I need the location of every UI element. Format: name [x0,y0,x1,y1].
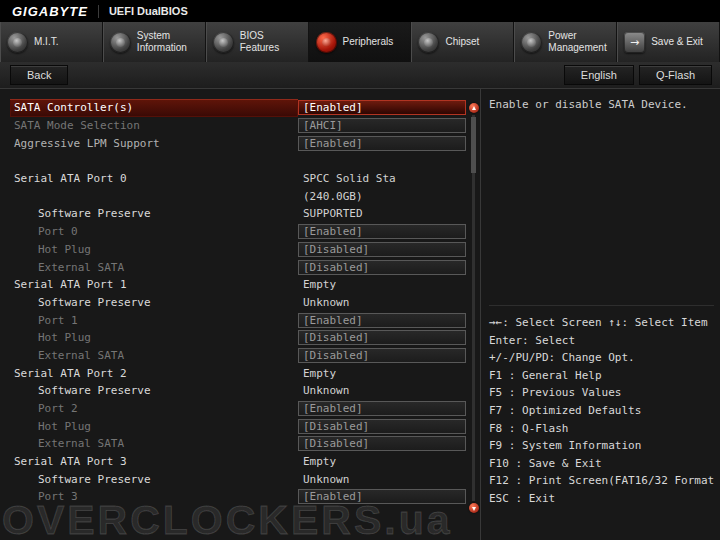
setting-row[interactable]: Serial ATA Port 2Empty [10,364,466,382]
setting-label: Port 1 [10,314,78,327]
scroll-up-arrow-icon[interactable] [469,103,479,113]
hotkey-hint: ESC : Exit [489,490,714,508]
setting-value: SPCC Solid Sta [298,172,396,185]
setting-row[interactable]: Serial ATA Port 1Empty [10,276,466,294]
setting-row[interactable]: Hot Plug[Disabled] [10,329,466,347]
setting-label-area: Port 3 [10,488,298,506]
setting-label-area: Port 0 [10,223,298,241]
setting-label: Serial ATA Port 3 [10,455,127,468]
setting-label: Serial ATA Port 1 [10,278,127,291]
setting-row[interactable]: Port 0[Enabled] [10,223,466,241]
tab-system-information[interactable]: System Information [103,22,206,62]
setting-row[interactable]: Hot Plug[Disabled] [10,241,466,259]
setting-label: Hot Plug [10,243,91,256]
setting-row[interactable]: Port 2[Enabled] [10,400,466,418]
tab-peripherals[interactable]: Peripherals [309,22,412,62]
hotkey-hint: F10 : Save & Exit [489,455,714,473]
peripherals-icon [316,32,337,53]
setting-row[interactable]: Hot Plug[Disabled] [10,417,466,435]
setting-row[interactable]: External SATA[Disabled] [10,435,466,453]
setting-value-box[interactable]: [Disabled] [298,436,466,451]
setting-label-area: Software Preserve [10,382,298,400]
setting-label: Aggressive LPM Support [10,137,160,150]
setting-value-area: SUPPORTED [298,205,466,223]
setting-label-area: Serial ATA Port 1 [10,276,298,294]
setting-value-area [298,152,466,170]
setting-value-box[interactable]: [Disabled] [298,260,466,275]
setting-value-area: [Disabled] [298,258,466,276]
hotkey-hint: F7 : Optimized Defaults [489,402,714,420]
setting-value-box[interactable]: [Enabled] [298,401,466,416]
tab-chipset[interactable]: Chipset [411,22,514,62]
setting-value-box[interactable]: [Enabled] [298,100,466,115]
setting-value: Unknown [298,473,349,486]
scrollbar[interactable] [469,103,479,513]
scroll-thumb[interactable] [471,117,476,173]
setting-value: Empty [298,367,336,380]
setting-row[interactable]: Port 3[Enabled] [10,488,466,506]
setting-label-area: Port 2 [10,400,298,418]
tab-power-management[interactable]: Power Management [514,22,617,62]
scroll-down-arrow-icon[interactable] [469,503,479,513]
qflash-button[interactable]: Q-Flash [639,65,712,85]
help-panel: Enable or disable SATA Device. →←: Selec… [480,89,714,540]
setting-value-area: Unknown [298,382,466,400]
language-button[interactable]: English [564,65,634,85]
setting-row[interactable]: External SATA[Disabled] [10,347,466,365]
setting-value-area: [Disabled] [298,347,466,365]
tab-bios-features[interactable]: BIOS Features [206,22,309,62]
setting-row: (240.0GB) [10,187,466,205]
setting-label: External SATA [10,349,124,362]
setting-label-area [10,187,298,205]
setting-value-box[interactable]: [Disabled] [298,330,466,345]
main-area: SATA Controller(s)[Enabled]SATA Mode Sel… [0,88,720,540]
setting-value-area: [AHCI] [298,117,466,135]
setting-value-box[interactable]: [Disabled] [298,419,466,434]
setting-label-area: External SATA [10,258,298,276]
tab-save-exit[interactable]: →Save & Exit [617,22,720,62]
setting-value-box[interactable]: [Disabled] [298,242,466,257]
setting-label-area: Hot Plug [10,241,298,259]
setting-row[interactable]: SATA Mode Selection[AHCI] [10,117,466,135]
hotkey-hint: +/-/PU/PD: Change Opt. [489,349,714,367]
setting-row[interactable]: Port 1[Enabled] [10,311,466,329]
setting-label: Serial ATA Port 2 [10,367,127,380]
tab-label: BIOS Features [240,30,279,54]
tab-label: Peripherals [343,36,394,48]
setting-label-area: Serial ATA Port 2 [10,364,298,382]
setting-value-box[interactable]: [Enabled] [298,136,466,151]
setting-row[interactable]: Aggressive LPM Support[Enabled] [10,134,466,152]
setting-label-area: SATA Controller(s) [10,99,298,117]
setting-row[interactable]: Software PreserveUnknown [10,470,466,488]
setting-row[interactable]: Serial ATA Port 3Empty [10,453,466,471]
settings-list: SATA Controller(s)[Enabled]SATA Mode Sel… [10,99,466,506]
setting-value-area: Empty [298,276,466,294]
setting-row[interactable]: Serial ATA Port 0SPCC Solid Sta [10,170,466,188]
setting-value-area: [Enabled] [298,223,466,241]
setting-value-area: (240.0GB) [298,187,466,205]
setting-label-area: External SATA [10,435,298,453]
save-exit-icon: → [624,32,645,53]
setting-value: Empty [298,455,336,468]
setting-value-box[interactable]: [Enabled] [298,313,466,328]
setting-row[interactable]: External SATA[Disabled] [10,258,466,276]
setting-row[interactable]: Software PreserveUnknown [10,294,466,312]
setting-row[interactable]: Software PreserveSUPPORTED [10,205,466,223]
setting-label-area: Hot Plug [10,329,298,347]
tab-mit[interactable]: M.I.T. [0,22,103,62]
hotkey-hint: F9 : System Information [489,437,714,455]
setting-label: Software Preserve [10,296,151,309]
setting-label-area: Serial ATA Port 3 [10,453,298,471]
setting-row[interactable]: SATA Controller(s)[Enabled] [10,99,466,117]
setting-value-box[interactable]: [Enabled] [298,224,466,239]
setting-value-box[interactable]: [AHCI] [298,118,466,133]
setting-value-area: [Enabled] [298,400,466,418]
setting-label: Port 3 [10,490,78,503]
setting-label-area [10,152,298,170]
setting-value-box[interactable]: [Enabled] [298,489,466,504]
back-button[interactable]: Back [10,65,68,85]
setting-value-area: Empty [298,364,466,382]
hotkey-hint: →←: Select Screen ↑↓: Select Item [489,314,714,332]
setting-row[interactable]: Software PreserveUnknown [10,382,466,400]
setting-value-box[interactable]: [Disabled] [298,348,466,363]
